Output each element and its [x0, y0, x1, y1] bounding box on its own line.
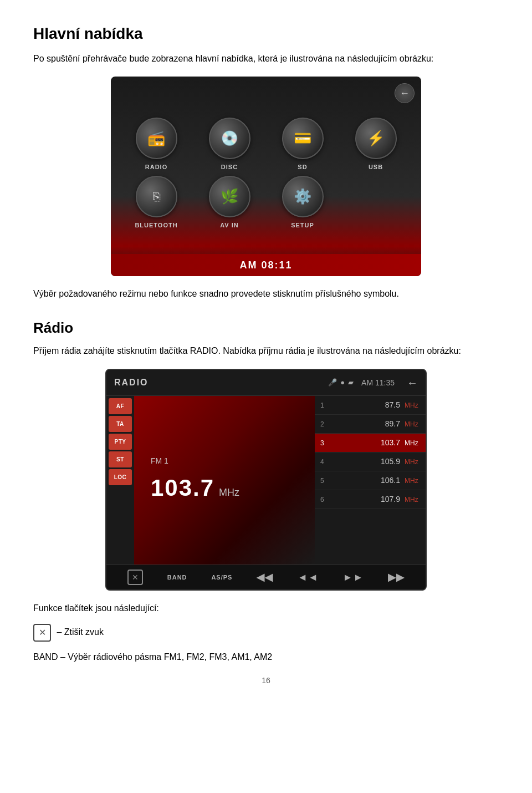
menu-item-radio: 📻 RADIO [122, 118, 191, 172]
preset-num-6: 6 [320, 495, 327, 505]
main-menu-grid: 📻 RADIO 💿 DISC 💳 SD ⚡ USB ⎘ Bluetooth 🌿 [122, 118, 410, 230]
radio-body: AF TA PTY ST LOC FM 1 103.7 MHz 1 87.5 M… [106, 396, 426, 565]
disc-label: DISC [221, 162, 238, 172]
preset-4: 4 105.9 MHz [315, 453, 426, 471]
menu-item-setup: ⚙️ SETUP [268, 176, 337, 230]
preset-2: 2 89.7 MHz [315, 415, 426, 434]
preset-num-1: 1 [320, 400, 327, 410]
avin-label: AV IN [220, 221, 239, 230]
preset-3: 3 103.7 MHz [315, 434, 426, 453]
preset-unit-4: MHz [405, 457, 420, 467]
menu-item-empty [341, 176, 410, 230]
page-number: 16 [33, 675, 499, 687]
usb-icon: ⚡ [355, 118, 397, 159]
menu-item-disc: 💿 DISC [195, 118, 264, 172]
radio-time: AM 11:35 [361, 377, 395, 389]
main-menu-screen: ← 📻 RADIO 💿 DISC 💳 SD ⚡ USB ⎘ Bluet [111, 77, 421, 276]
radio-header: RADIO 🎤 ● ▰ AM 11:35 ← [106, 370, 426, 396]
radio-icon: 📻 [136, 118, 177, 159]
radio-intro: Příjem rádia zahájíte stisknutím tlačítk… [33, 344, 499, 358]
mute-button: ✕ [127, 570, 143, 585]
setup-label: SETUP [291, 221, 314, 230]
signal-icon: ● [340, 377, 345, 388]
asps-button: AS/PS [211, 573, 232, 582]
microphone-icon: 🎤 [328, 377, 337, 388]
main-menu-image-container: ← 📻 RADIO 💿 DISC 💳 SD ⚡ USB ⎘ Bluet [33, 77, 499, 276]
preset-num-3: 3 [320, 438, 327, 448]
loc-button: LOC [109, 469, 132, 485]
setup-icon: ⚙️ [282, 176, 324, 217]
st-button: ST [109, 451, 132, 467]
preset-1: 1 87.5 MHz [315, 396, 426, 415]
skip-prev-button: ◀◀ [257, 570, 273, 585]
preset-num-2: 2 [320, 419, 327, 429]
menu-item-bluetooth: ⎘ Bluetooth [122, 176, 191, 230]
preset-freq-6: 107.9 [331, 494, 400, 505]
preset-freq-3: 103.7 [331, 437, 400, 449]
buttons-note: Funkce tlačítek jsou následující: [33, 602, 499, 615]
bluetooth-label: Bluetooth [135, 221, 177, 230]
preset-unit-1: MHz [405, 400, 420, 410]
radio-side-buttons: AF TA PTY ST LOC [106, 396, 134, 565]
ta-button: TA [109, 416, 132, 432]
mute-symbol-icon: ✕ [33, 624, 51, 642]
menu-item-avin: 🌿 AV IN [195, 176, 264, 230]
rewind-button: ◄◄ [298, 570, 319, 585]
radio-title: RADIO [114, 376, 149, 389]
frequency-display: 103.7 MHz [151, 470, 239, 505]
radio-image-container: RADIO 🎤 ● ▰ AM 11:35 ← AF TA PTY ST LOC … [33, 369, 499, 591]
bluetooth-icon: ⎘ [136, 176, 177, 217]
radio-back-icon: ← [407, 374, 418, 391]
band-description: BAND – Výběr rádiového pásma FM1, FM2, F… [33, 650, 499, 664]
preset-unit-2: MHz [405, 419, 420, 429]
battery-icon: ▰ [348, 377, 354, 388]
frequency-value: 103.7 [151, 470, 214, 505]
selection-note: Výběr požadovaného režimu nebo funkce sn… [33, 287, 499, 301]
radio-status-icons: 🎤 ● ▰ AM 11:35 [328, 377, 395, 389]
frequency-unit: MHz [219, 485, 239, 500]
sd-icon: 💳 [282, 118, 324, 159]
preset-6: 6 107.9 MHz [315, 490, 426, 509]
preset-5: 5 106.1 MHz [315, 471, 426, 490]
preset-unit-5: MHz [405, 476, 420, 486]
preset-unit-6: MHz [405, 495, 420, 505]
usb-label: USB [369, 162, 383, 172]
preset-unit-3: MHz [405, 438, 420, 448]
skip-next-button: ▶▶ [388, 570, 405, 585]
mute-description: ✕ – Ztišit zvuk [33, 624, 499, 642]
main-menu-time: AM 08:11 [111, 254, 421, 276]
intro-text: Po spuštění přehrávače bude zobrazena hl… [33, 52, 499, 65]
preset-num-5: 5 [320, 476, 327, 486]
band-button: BAND [167, 573, 187, 582]
radio-band: FM 1 [151, 455, 168, 467]
back-button-icon: ← [395, 83, 415, 103]
radio-heading: Rádio [33, 317, 499, 339]
pty-button: PTY [109, 434, 132, 450]
preset-num-4: 4 [320, 457, 327, 467]
menu-item-sd: 💳 SD [268, 118, 337, 172]
preset-freq-5: 106.1 [331, 475, 400, 486]
af-button: AF [109, 398, 132, 414]
page-heading: Hlavní nabídka [33, 22, 499, 45]
radio-main-display: FM 1 103.7 MHz [134, 396, 315, 565]
mute-text: – Ztišit zvuk [57, 627, 103, 637]
radio-label: RADIO [145, 162, 167, 172]
preset-freq-1: 87.5 [331, 399, 400, 411]
radio-presets: 1 87.5 MHz 2 89.7 MHz 3 103.7 MHz 4 105.… [315, 396, 426, 565]
preset-freq-4: 105.9 [331, 456, 400, 467]
sd-label: SD [298, 162, 307, 172]
radio-footer: ✕ BAND AS/PS ◀◀ ◄◄ ►► ▶▶ [106, 565, 426, 589]
menu-item-usb: ⚡ USB [341, 118, 410, 172]
preset-freq-2: 89.7 [331, 418, 400, 430]
radio-screen: RADIO 🎤 ● ▰ AM 11:35 ← AF TA PTY ST LOC … [105, 369, 427, 591]
forward-button: ►► [343, 570, 364, 585]
disc-icon: 💿 [209, 118, 250, 159]
avin-icon: 🌿 [209, 176, 250, 217]
